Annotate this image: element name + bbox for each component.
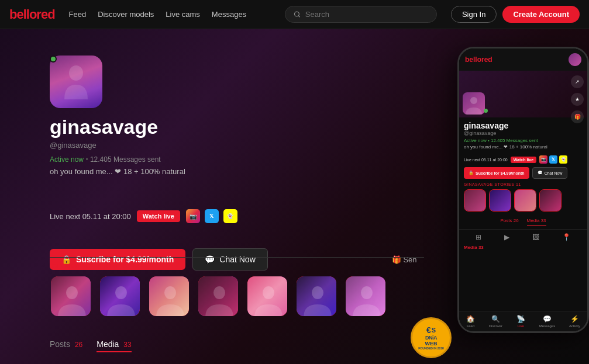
svg-point-5	[164, 286, 176, 299]
phone-video-icon[interactable]: ▶	[504, 233, 509, 241]
phone-subscribe-button[interactable]: 🔒 Suscribe for $4.99/month	[464, 167, 529, 179]
phone-grid-icon[interactable]: ⊞	[476, 233, 481, 241]
tab-media[interactable]: Media 33	[97, 339, 131, 352]
divider	[50, 257, 424, 258]
phone-share-icon[interactable]: ↗	[571, 75, 584, 88]
online-indicator	[50, 56, 57, 63]
svg-point-10	[470, 97, 477, 104]
phone-chat-button[interactable]: 💬 Chat Now	[532, 167, 568, 179]
story-item[interactable]	[345, 275, 387, 317]
search-input[interactable]	[305, 10, 428, 19]
phone-navbar: bellored	[459, 48, 587, 71]
phone-user-avatar[interactable]	[569, 53, 581, 66]
story-item[interactable]	[99, 275, 141, 317]
brand-logo[interactable]: bellored	[9, 7, 55, 22]
phone-instagram-icon[interactable]: 📷	[539, 155, 547, 164]
stories-row	[50, 275, 427, 317]
phone-action-buttons: 🔒 Suscribe for $4.99/month 💬 Chat Now	[459, 164, 587, 182]
phone-story-item[interactable]	[464, 189, 486, 212]
story-thumbnail-6	[297, 276, 336, 316]
watermark-s: S	[432, 327, 436, 334]
active-status: Active now	[50, 155, 84, 164]
phone-status: Active now • 12.405 Messages sent	[464, 138, 583, 143]
story-item[interactable]	[295, 275, 337, 317]
instagram-icon[interactable]: 📷	[186, 209, 200, 223]
phone-stories-label: GINASAVAGE STORIES 11	[459, 182, 587, 186]
phone-gift-icon[interactable]: 🎁	[571, 110, 584, 123]
phone-bottom-nav: 🏠 Feed 🔍 Discover 📡 Live 💬 Messages ⚡	[459, 311, 587, 331]
watermark-euro: €	[426, 325, 431, 335]
watch-live-button[interactable]: Watch live	[137, 210, 180, 222]
search-bar[interactable]	[285, 6, 437, 23]
phone-username: ginasavage	[464, 121, 583, 130]
story-item[interactable]	[148, 275, 190, 317]
phone-nav-live[interactable]: 📡 Live	[516, 315, 525, 328]
phone-image-icon[interactable]: 🖼	[532, 233, 539, 241]
phone-location-icon[interactable]: 📍	[562, 233, 571, 241]
story-thumbnail-2	[100, 276, 140, 316]
phone-snapchat-icon[interactable]: 👻	[559, 155, 567, 164]
story-item[interactable]	[246, 275, 288, 317]
social-icons: 📷 𝕏 👻	[186, 209, 237, 223]
status-separator: •	[85, 155, 88, 164]
snapchat-icon[interactable]: 👻	[223, 209, 237, 223]
phone-nav-discover[interactable]: 🔍 Discover	[489, 315, 502, 328]
phone-media-label: Media 33	[459, 245, 587, 251]
phone-tab-posts[interactable]: Posts 26	[500, 218, 518, 226]
phone-messages-icon: 💬	[543, 315, 552, 323]
phone-brand-part1: bello	[465, 56, 481, 64]
phone-story-item[interactable]	[539, 189, 562, 212]
messages-sent: 12.405 Messages sent	[90, 155, 161, 164]
phone-lock-icon: 🔒	[469, 171, 474, 175]
phone-nav-activity[interactable]: ⚡ Activity	[569, 315, 580, 328]
create-account-button[interactable]: Create Account	[502, 6, 580, 23]
story-thumbnail-4	[198, 276, 238, 316]
navbar: bellored Feed Discover models Live cams …	[0, 0, 589, 29]
profile-username: ginasavage	[50, 116, 185, 138]
brand-name-part2: red	[36, 7, 54, 22]
phone-story-item[interactable]	[514, 189, 536, 212]
phone-live-icon: 📡	[516, 315, 525, 323]
phone-brand-logo: bellored	[465, 56, 492, 64]
phone-watch-button[interactable]: Watch live	[511, 157, 536, 163]
watermark-text3: FOUNDED IN 2018	[418, 346, 444, 350]
live-next-text: Live next 05.11 at 20:00	[50, 212, 131, 221]
profile-status: Active now • 12.405 Messages sent	[50, 155, 185, 164]
nav-messages[interactable]: Messages	[212, 10, 246, 19]
watermark-text1: DNiA	[425, 335, 437, 341]
profile-info: ginasavage @ginasavage Active now • 12.4…	[50, 116, 185, 176]
phone-chat-icon: 💬	[538, 171, 543, 175]
phone-action-icons: ↗ ★ 🎁	[571, 75, 584, 123]
phone-nav-feed[interactable]: 🏠 Feed	[466, 315, 475, 328]
phone-live-text: Live next 05.11 at 20:00	[464, 158, 508, 162]
nav-livecams[interactable]: Live cams	[166, 10, 200, 19]
avatar	[50, 56, 102, 108]
story-thumbnail-5	[247, 276, 287, 316]
profile-bio: oh you found me... ❤ 18 + 100% natural	[50, 167, 185, 176]
story-item[interactable]	[50, 275, 92, 317]
phone-social-icons: 📷 𝕏 👻	[539, 155, 567, 164]
signin-button[interactable]: Sign In	[451, 6, 497, 23]
phone-media-icons: ⊞ ▶ 🖼 📍	[459, 230, 587, 245]
phone-story-item[interactable]	[489, 189, 511, 212]
phone-handle: @ginasavage	[464, 130, 583, 136]
twitter-icon[interactable]: 𝕏	[205, 209, 219, 223]
phone-brand-part2: red	[481, 56, 492, 64]
svg-point-6	[213, 286, 225, 299]
phone-nav-messages[interactable]: 💬 Messages	[539, 315, 555, 328]
svg-point-7	[263, 286, 274, 299]
phone-inner: bellored ↗ ★ 🎁 ginasavage @ginasava	[459, 48, 587, 331]
tab-posts[interactable]: Posts 26	[50, 339, 82, 352]
phone-twitter-icon[interactable]: 𝕏	[549, 155, 557, 164]
phone-star-icon[interactable]: ★	[571, 93, 584, 106]
phone-discover-icon: 🔍	[491, 315, 500, 323]
nav-discover[interactable]: Discover models	[98, 10, 154, 19]
phone-bio: oh you found me... ❤ 18 + 100% natural	[464, 144, 583, 150]
phone-hero-bg: ↗ ★ 🎁	[459, 71, 587, 117]
phone-live-row: Live next 05.11 at 20:00 Watch live 📷 𝕏 …	[459, 155, 587, 164]
watermark-badge: € S DNiA WEB FOUNDED IN 2018	[411, 317, 452, 358]
nav-feed[interactable]: Feed	[69, 10, 87, 19]
phone-tab-media[interactable]: Media 33	[527, 218, 546, 226]
story-item[interactable]	[197, 275, 239, 317]
live-row: Live next 05.11 at 20:00 Watch live 📷 𝕏 …	[50, 209, 237, 223]
